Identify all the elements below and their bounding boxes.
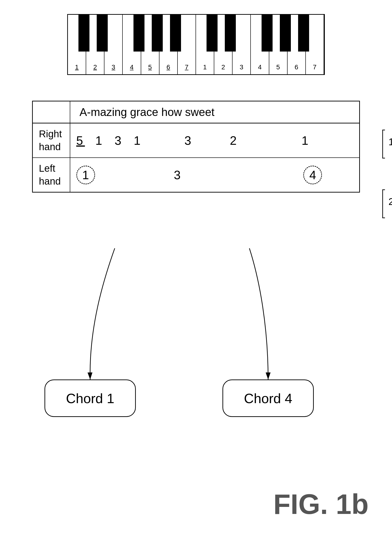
left-hand-label: Lefthand bbox=[33, 158, 70, 192]
white-key-0: 1 bbox=[68, 15, 86, 74]
left-hand-content: 1 3 4 bbox=[70, 158, 360, 192]
white-key-5: 6 bbox=[159, 15, 178, 74]
table-section: A-mazing grace how sweet Righthand 5 1 3… bbox=[14, 101, 378, 192]
white-key-label-13: 7 bbox=[306, 63, 324, 71]
header-row: A-mazing grace how sweet bbox=[33, 101, 360, 123]
note-5-underlined: 5 bbox=[76, 134, 85, 147]
white-key-2: 3 bbox=[105, 15, 123, 74]
chord1-box: Chord 1 bbox=[44, 380, 136, 417]
white-key-label-4: 5 bbox=[141, 63, 159, 71]
white-key-1: 2 bbox=[86, 15, 105, 74]
white-key-label-12: 6 bbox=[287, 63, 305, 71]
circle-4: 4 bbox=[303, 166, 322, 184]
white-key-7: 1 bbox=[196, 15, 214, 74]
white-key-label-0: 1 bbox=[68, 63, 86, 71]
arrow-chord4 bbox=[249, 248, 268, 380]
svg-text:1: 1 bbox=[388, 136, 392, 147]
white-key-label-6: 7 bbox=[178, 63, 196, 71]
chord4-box: Chord 4 bbox=[222, 380, 314, 417]
white-key-label-9: 3 bbox=[233, 63, 250, 71]
piano-section: 12345671234567 bbox=[14, 14, 378, 75]
white-key-label-10: 4 bbox=[251, 63, 269, 71]
white-key-label-2: 3 bbox=[105, 63, 122, 71]
bracket-2: 2 bbox=[380, 188, 392, 248]
arrow-chord1 bbox=[90, 248, 115, 380]
chord4-label: Chord 4 bbox=[244, 390, 292, 406]
circle-1: 1 bbox=[76, 166, 95, 184]
white-key-12: 6 bbox=[287, 15, 306, 74]
svg-text:2: 2 bbox=[388, 196, 392, 207]
piano: 12345671234567 bbox=[67, 14, 325, 75]
white-key-9: 3 bbox=[233, 15, 251, 74]
white-key-label-1: 2 bbox=[86, 63, 104, 71]
white-key-label-5: 6 bbox=[159, 63, 177, 71]
fig-label: FIG. 1b bbox=[273, 488, 368, 520]
music-table: A-mazing grace how sweet Righthand 5 1 3… bbox=[32, 101, 360, 192]
white-key-6: 7 bbox=[178, 15, 196, 74]
right-hand-content: 5 1 3 1 3 2 1 bbox=[70, 123, 360, 158]
white-key-label-7: 1 bbox=[196, 63, 214, 71]
annotation-overlay bbox=[0, 0, 392, 539]
song-title: A-mazing grace how sweet bbox=[80, 106, 215, 118]
white-key-10: 4 bbox=[251, 15, 269, 74]
white-key-label-11: 5 bbox=[269, 63, 287, 71]
right-hand-label: Righthand bbox=[33, 123, 70, 158]
white-key-label-8: 2 bbox=[214, 63, 232, 71]
chord1-label: Chord 1 bbox=[66, 390, 114, 406]
white-key-3: 4 bbox=[123, 15, 141, 74]
left-hand-row: Lefthand 1 3 4 bbox=[33, 158, 360, 192]
right-hand-row: Righthand 5 1 3 1 3 2 1 bbox=[33, 123, 360, 158]
white-key-label-3: 4 bbox=[123, 63, 140, 71]
white-key-4: 5 bbox=[141, 15, 159, 74]
white-key-11: 5 bbox=[269, 15, 287, 74]
white-key-8: 2 bbox=[214, 15, 233, 74]
song-title-cell: A-mazing grace how sweet bbox=[70, 101, 360, 123]
white-key-13: 7 bbox=[306, 15, 324, 74]
